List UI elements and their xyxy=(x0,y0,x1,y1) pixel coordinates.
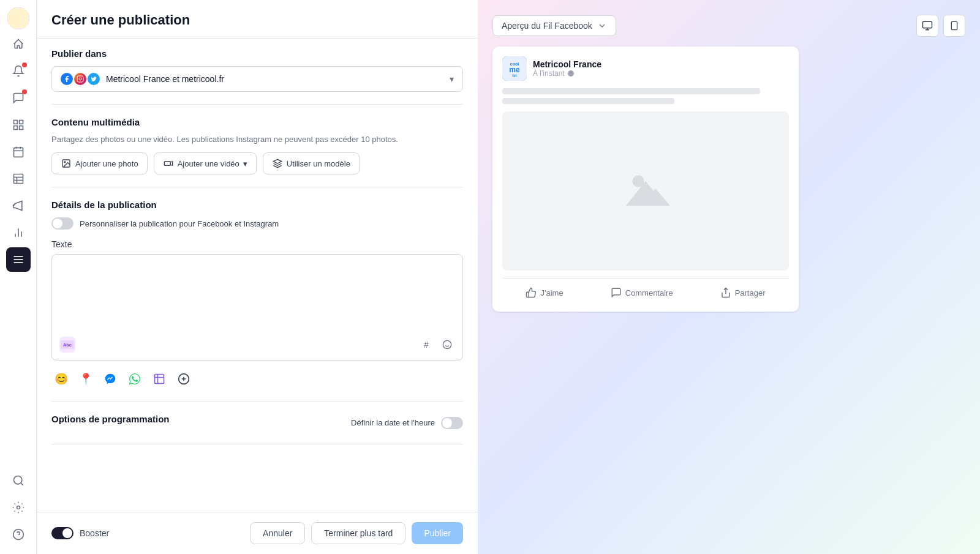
svg-marker-32 xyxy=(170,162,172,166)
ai-writer-icon[interactable]: Abc xyxy=(59,337,75,353)
chevron-down-icon: ▾ xyxy=(450,74,454,84)
svg-rect-6 xyxy=(19,126,23,130)
social-toolbar: 😊 📍 xyxy=(51,369,463,389)
fb-share-label: Partager xyxy=(735,288,766,298)
set-date-toggle[interactable] xyxy=(441,417,463,429)
svg-point-27 xyxy=(79,78,81,80)
preview-panel: Aperçu du Fil Facebook xyxy=(478,0,980,554)
programming-title: Options de programmation xyxy=(51,414,170,424)
template-icon xyxy=(272,158,283,169)
cancel-button[interactable]: Annuler xyxy=(250,522,305,544)
publish-button[interactable]: Publier xyxy=(412,522,463,544)
fb-page-avatar: me tri cool xyxy=(502,56,527,81)
details-title: Détails de la publication xyxy=(51,200,463,210)
messenger-icon[interactable] xyxy=(100,369,120,389)
sidebar-logo[interactable]: 🎯 xyxy=(7,7,29,29)
svg-text:cool: cool xyxy=(510,62,519,66)
set-date-label: Définir la date et l'heure xyxy=(351,418,435,427)
sidebar-item-table[interactable] xyxy=(6,167,31,191)
mobile-view-button[interactable] xyxy=(943,15,965,37)
sidebar-item-help[interactable] xyxy=(6,522,31,547)
preview-header: Aperçu du Fil Facebook xyxy=(492,15,965,37)
publish-in-title: Publier dans xyxy=(51,48,463,59)
svg-point-21 xyxy=(13,476,21,484)
use-template-button[interactable]: Utiliser un modèle xyxy=(263,152,360,174)
media-subtitle: Partagez des photos ou une vidéo. Les pu… xyxy=(51,135,463,144)
sidebar-item-notifications[interactable] xyxy=(6,59,31,83)
programming-section: Options de programmation Définir la date… xyxy=(51,402,463,444)
svg-point-30 xyxy=(64,162,66,163)
svg-point-48 xyxy=(568,70,574,77)
account-select-left: Metricool France et metricool.fr xyxy=(61,73,224,85)
sidebar-item-menu[interactable] xyxy=(6,247,31,272)
finish-later-button[interactable]: Terminer plus tard xyxy=(311,522,405,544)
svg-rect-5 xyxy=(13,126,17,130)
sidebar-item-search[interactable] xyxy=(6,468,31,493)
customize-label: Personnaliser la publication pour Facebo… xyxy=(80,219,279,228)
publish-in-section: Publier dans xyxy=(51,39,463,105)
emoji-icon[interactable] xyxy=(439,337,455,353)
svg-text:me: me xyxy=(509,66,520,74)
preview-dropdown[interactable]: Aperçu du Fil Facebook xyxy=(492,15,616,36)
text-label: Texte xyxy=(51,239,463,249)
comment-icon xyxy=(611,287,622,298)
sidebar: 🎯 xyxy=(0,0,37,554)
preview-dropdown-label: Aperçu du Fil Facebook xyxy=(502,21,592,31)
sidebar-item-chart[interactable] xyxy=(6,220,31,245)
svg-rect-42 xyxy=(951,21,957,29)
desktop-view-button[interactable] xyxy=(916,15,938,37)
sidebar-item-calendar[interactable] xyxy=(6,140,31,164)
use-template-label: Utiliser un modèle xyxy=(287,159,350,168)
bottom-bar: Booster Annuler Terminer plus tard Publi… xyxy=(37,512,478,554)
emoji-toolbar-icon[interactable]: 😊 xyxy=(51,369,71,389)
facebook-icon xyxy=(61,73,73,85)
main-content: Créer une publication Publier dans xyxy=(37,0,980,554)
sidebar-item-grid[interactable] xyxy=(6,113,31,137)
account-select[interactable]: Metricool France et metricool.fr ▾ xyxy=(51,66,463,92)
text-area-icons-left: Abc xyxy=(59,337,75,353)
text-input[interactable] xyxy=(59,262,455,329)
svg-rect-1 xyxy=(9,9,28,28)
booster-toggle[interactable] xyxy=(51,527,74,539)
svg-rect-31 xyxy=(164,162,170,166)
customize-toggle[interactable] xyxy=(51,217,74,230)
sidebar-item-messages[interactable] xyxy=(6,86,31,110)
preview-chevron-icon xyxy=(597,21,607,31)
add-video-button[interactable]: Ajouter une vidéo ▾ xyxy=(154,152,257,174)
whatsapp-icon[interactable] xyxy=(125,369,145,389)
add-photo-label: Ajouter une photo xyxy=(75,159,138,168)
sidebar-item-home[interactable] xyxy=(6,32,31,56)
booster-label: Booster xyxy=(80,528,109,538)
twitter-icon xyxy=(88,73,100,85)
location-icon[interactable]: 📍 xyxy=(76,369,96,389)
fb-image-inner xyxy=(621,167,670,215)
sidebar-item-settings[interactable] xyxy=(6,495,31,520)
text-area-icons-right: # xyxy=(418,337,455,353)
fb-post-time: À l'instant xyxy=(533,69,601,78)
sidebar-item-megaphone[interactable] xyxy=(6,193,31,218)
page-title: Créer une publication xyxy=(37,0,478,39)
fb-comment-button[interactable]: Commentaire xyxy=(603,283,680,302)
programming-row: Options de programmation Définir la date… xyxy=(51,414,463,432)
svg-point-35 xyxy=(443,340,451,348)
add-video-label: Ajouter une vidéo xyxy=(178,159,239,168)
thread-icon[interactable] xyxy=(174,369,194,389)
text-area-wrapper: Abc # xyxy=(51,254,463,361)
fb-skeleton-line-2 xyxy=(502,98,674,104)
form-sections: Publier dans xyxy=(37,39,478,512)
hashtag-icon[interactable]: # xyxy=(418,337,434,353)
fb-actions: J'aime Commentaire Partager xyxy=(502,278,789,302)
media-buttons: Ajouter une photo Ajouter une vidéo ▾ xyxy=(51,152,463,174)
svg-rect-3 xyxy=(13,121,17,124)
labs-icon[interactable] xyxy=(149,369,169,389)
share-icon xyxy=(720,287,731,298)
fb-share-button[interactable]: Partager xyxy=(713,283,773,302)
fb-like-label: J'aime xyxy=(540,288,563,298)
fb-like-button[interactable]: J'aime xyxy=(518,283,570,302)
preview-view-icons xyxy=(916,15,965,37)
add-photo-button[interactable]: Ajouter une photo xyxy=(51,152,148,174)
media-section: Contenu multimédia Partagez des photos o… xyxy=(51,105,463,187)
fb-page-info: Metricool France À l'instant xyxy=(533,59,601,78)
add-photo-icon xyxy=(61,158,72,169)
fb-comment-label: Commentaire xyxy=(625,288,673,298)
